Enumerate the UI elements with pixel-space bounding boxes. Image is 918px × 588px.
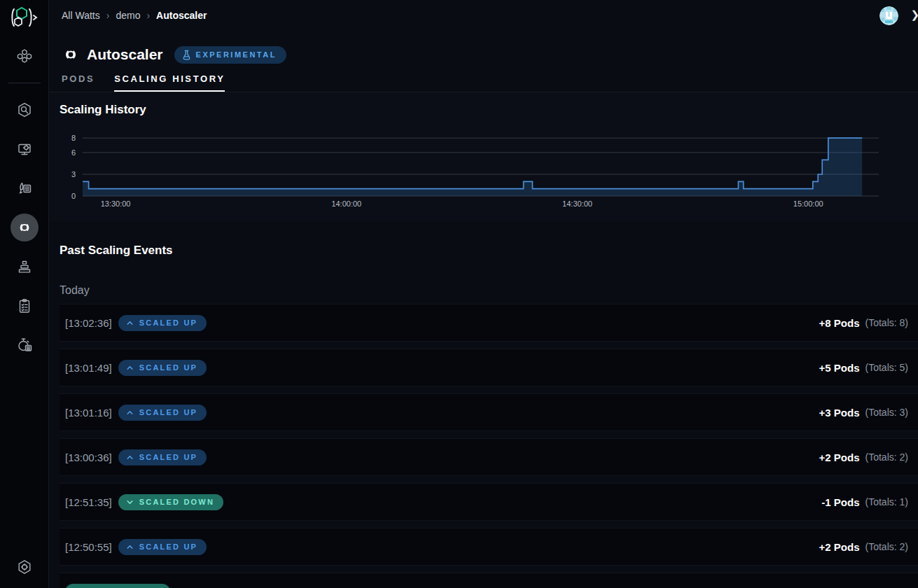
event-pods-delta: +5 Pods	[819, 362, 860, 374]
sidebar-item-settings[interactable]	[11, 553, 39, 581]
timer-list-icon	[16, 337, 33, 354]
svg-text:6: 6	[71, 148, 76, 157]
event-pods-total: (Totals: 5)	[865, 362, 908, 373]
scaled-badge-label: SCALED DOWN	[139, 498, 214, 506]
breadcrumb-all-watts[interactable]: All Watts	[62, 10, 100, 21]
tab-pods[interactable]: PODS	[62, 74, 95, 92]
event-pods-total: (Totals: 2)	[865, 541, 908, 552]
sidebar-item-cluster[interactable]	[11, 42, 39, 70]
scaling-event-row[interactable]: [12:51:35] SCALED DOWN -1 Pods (Totals: …	[60, 483, 918, 521]
sidebar-item-checklist[interactable]	[11, 292, 39, 320]
svg-text:15:00:00: 15:00:00	[793, 200, 823, 208]
tab-bar: PODS SCALING HISTORY	[62, 74, 918, 92]
scaling-history-title: Scaling History	[49, 92, 918, 117]
hex-search-icon	[16, 102, 33, 118]
experimental-badge: EXPERIMENTAL	[174, 46, 286, 64]
scaled-badge: SCALED UP	[118, 360, 207, 376]
svg-text:8: 8	[71, 134, 76, 142]
chevron-up-icon	[126, 543, 134, 551]
scaled-badge-label: SCALED UP	[139, 542, 197, 551]
avatar[interactable]	[879, 6, 898, 25]
rocket-list-icon	[16, 180, 33, 197]
settings-hex-icon	[16, 559, 33, 575]
scaled-badge-label: SCALED UP	[139, 453, 197, 461]
sidebar-divider	[8, 83, 41, 83]
chevron-up-icon	[126, 409, 134, 416]
event-pods-total: (Totals: 3)	[865, 407, 908, 418]
panel-collapse-chevron-icon[interactable]: ❯	[910, 8, 918, 21]
svg-text:3: 3	[71, 170, 76, 178]
page-header: Autoscaler EXPERIMENTAL	[49, 31, 918, 64]
event-pods-total: (Totals: 8)	[865, 317, 908, 328]
breadcrumb-separator: ›	[146, 10, 150, 21]
event-timestamp: [13:00:36]	[65, 451, 112, 463]
sidebar-item-schedules[interactable]	[11, 331, 39, 359]
sidebar-item-launch[interactable]	[11, 174, 39, 202]
svg-text:14:30:00: 14:30:00	[562, 200, 592, 208]
scaled-badge-label: SCALED UP	[139, 408, 197, 416]
scaling-event-row[interactable]: [13:01:49] SCALED UP +5 Pods (Totals: 5)	[60, 349, 918, 386]
scaling-event-row[interactable]: [13:02:36] SCALED UP +8 Pods (Totals: 8)	[60, 304, 918, 342]
breadcrumb: All Watts › demo › Autoscaler	[62, 10, 207, 21]
svg-text:13:30:00: 13:30:00	[101, 200, 131, 208]
event-pods-delta: +8 Pods	[819, 317, 860, 329]
event-pods-delta: -1 Pods	[821, 496, 859, 508]
flask-icon	[182, 50, 191, 60]
stack-icon	[16, 258, 33, 275]
event-timestamp: [13:01:49]	[65, 362, 112, 374]
past-events-title: Past Scaling Events	[60, 244, 918, 259]
app-logo[interactable]	[6, 4, 43, 31]
scaled-badge: SCALED UP	[118, 315, 207, 331]
experimental-badge-label: EXPERIMENTAL	[196, 50, 277, 59]
chevron-up-icon	[126, 319, 134, 327]
scaling-history-card: Scaling History 036813:30:0014:00:0014:3…	[49, 92, 918, 221]
sidebar-item-deployments[interactable]	[11, 135, 39, 163]
sidebar-item-explore[interactable]	[11, 96, 39, 124]
chevron-down-icon	[126, 498, 134, 506]
event-timestamp: [12:50:55]	[65, 541, 112, 553]
scaled-badge-label: SCALED UP	[139, 318, 197, 327]
scaling-history-chart: 036813:30:0014:00:0014:30:0015:00:00	[49, 127, 918, 211]
scaled-badge: SCALED DOWN	[118, 494, 223, 510]
scaling-event-row[interactable]: [12:50:55] SCALED UP +2 Pods (Totals: 2)	[60, 528, 918, 566]
scaled-badge-label: SCALED UP	[139, 363, 197, 372]
scaled-badge: SCALED UP	[118, 449, 207, 465]
chevron-up-icon	[126, 364, 134, 372]
autoscaler-icon	[16, 219, 33, 236]
event-timestamp: [13:01:16]	[65, 407, 112, 419]
sidebar	[0, 0, 49, 588]
autoscaler-title-icon	[62, 46, 80, 64]
sidebar-nav	[0, 42, 48, 370]
scaled-badge: SCALED UP	[118, 539, 207, 555]
event-timestamp: [12:51:35]	[65, 496, 112, 508]
topbar: All Watts › demo › Autoscaler ❯	[49, 0, 918, 31]
scaled-badge: SCALED DOWN	[65, 584, 170, 588]
monitor-gear-icon	[16, 141, 33, 158]
tab-scaling-history[interactable]: SCALING HISTORY	[114, 74, 225, 92]
scaling-event-row[interactable]: SCALED DOWN	[60, 573, 918, 588]
event-pods-delta: +2 Pods	[819, 541, 860, 553]
event-pods-total: (Totals: 2)	[865, 451, 908, 463]
chevron-up-icon	[126, 454, 134, 461]
scaled-badge: SCALED UP	[118, 405, 207, 421]
svg-text:0: 0	[71, 192, 76, 200]
event-pods-delta: +3 Pods	[819, 407, 860, 419]
sidebar-item-stacks[interactable]	[11, 253, 39, 281]
cluster-icon	[16, 48, 33, 64]
breadcrumb-separator: ›	[106, 10, 110, 21]
svg-text:14:00:00: 14:00:00	[331, 200, 361, 208]
sidebar-item-autoscaler[interactable]	[11, 214, 39, 241]
logo-left-paren	[12, 9, 14, 26]
scaling-event-row[interactable]: [13:00:36] SCALED UP +2 Pods (Totals: 2)	[60, 438, 918, 476]
main-content: Autoscaler EXPERIMENTAL PODS SCALING HIS…	[49, 31, 918, 588]
events-group-label: Today	[60, 284, 918, 298]
breadcrumb-autoscaler: Autoscaler	[156, 10, 207, 21]
checklist-icon	[16, 298, 33, 314]
event-timestamp: [13:02:36]	[65, 317, 112, 329]
page-title: Autoscaler	[87, 46, 163, 63]
breadcrumb-demo[interactable]: demo	[116, 10, 140, 21]
events-list: [13:02:36] SCALED UP +8 Pods (Totals: 8)…	[49, 304, 918, 588]
scaling-event-row[interactable]: [13:01:16] SCALED UP +3 Pods (Totals: 3)	[60, 393, 918, 431]
event-pods-delta: +2 Pods	[819, 451, 860, 463]
event-pods-total: (Totals: 1)	[865, 496, 908, 507]
